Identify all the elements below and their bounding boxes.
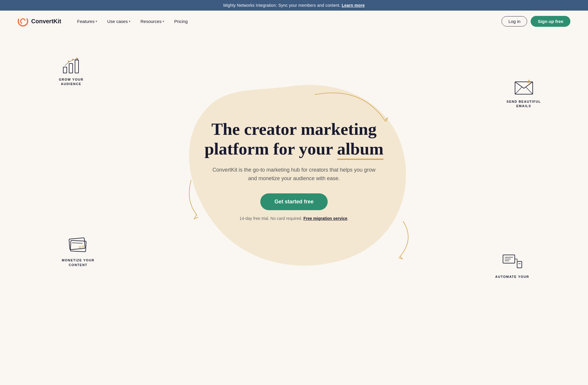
nav-links: Features ▾ Use cases ▾ Resources ▾ Prici… (73, 16, 502, 26)
hero-title-highlight: album (337, 139, 384, 159)
svg-point-1 (20, 18, 26, 24)
float-label-email: SEND BEAUTIFULEMAILS (507, 79, 541, 109)
banner-link[interactable]: Learn more (342, 3, 365, 8)
svg-rect-11 (69, 238, 85, 250)
svg-point-0 (18, 16, 28, 26)
trial-info: 14-day free trial. No card required. Fre… (204, 216, 383, 221)
monetize-icon (68, 236, 88, 255)
float-label-monetize: MONETIZE YOURCONTENT (62, 236, 94, 267)
chevron-down-icon: ▾ (129, 20, 130, 23)
hero-title: The creator marketing platform for your … (204, 120, 383, 159)
svg-rect-3 (69, 64, 73, 73)
nav-item-features[interactable]: Features ▾ (73, 16, 101, 26)
float-label-grow: GROW YOURAUDIENCE (59, 55, 84, 87)
login-button[interactable]: Log in (502, 16, 527, 26)
grow-audience-icon (61, 55, 81, 74)
chevron-down-icon: ▾ (96, 20, 97, 23)
hero-content: The creator marketing platform for your … (204, 120, 383, 221)
svg-point-15 (82, 246, 84, 248)
hero-subtitle: ConvertKit is the go-to marketing hub fo… (211, 166, 376, 183)
automate-label: AUTOMATE YOUR (495, 275, 529, 279)
svg-point-14 (79, 246, 81, 248)
nav-actions: Log in Sign up free (502, 16, 570, 27)
migration-link[interactable]: Free migration service (303, 216, 347, 221)
send-email-icon (514, 79, 534, 97)
svg-point-5 (68, 61, 69, 62)
send-email-label: SEND BEAUTIFULEMAILS (507, 99, 541, 109)
get-started-button[interactable]: Get started free (260, 193, 328, 210)
automate-icon (502, 253, 522, 272)
signup-button[interactable]: Sign up free (531, 16, 570, 27)
nav-item-pricing[interactable]: Pricing (170, 16, 192, 26)
svg-rect-20 (517, 261, 522, 268)
svg-point-7 (76, 58, 77, 59)
chevron-down-icon: ▾ (163, 20, 164, 23)
svg-rect-2 (63, 67, 67, 73)
svg-rect-4 (75, 60, 79, 73)
svg-point-6 (72, 59, 73, 60)
logo-text: ConvertKit (31, 18, 61, 25)
hero-section: GROW YOURAUDIENCE SEND BEAUTIFULEMAILS M… (0, 32, 588, 297)
monetize-label: MONETIZE YOURCONTENT (62, 258, 94, 267)
svg-line-13 (72, 243, 83, 243)
top-banner: Mighty Networks Integration: Sync your m… (0, 0, 588, 11)
nav-item-usecases[interactable]: Use cases ▾ (103, 16, 134, 26)
logo-icon (18, 16, 28, 26)
float-label-automate: AUTOMATE YOUR (495, 253, 529, 279)
navbar: ConvertKit Features ▾ Use cases ▾ Resour… (0, 11, 588, 32)
hero-cta-area: Get started free (204, 193, 383, 216)
grow-audience-label: GROW YOURAUDIENCE (59, 77, 84, 87)
svg-point-10 (528, 80, 529, 81)
banner-text: Mighty Networks Integration: Sync your m… (223, 3, 341, 8)
nav-item-resources[interactable]: Resources ▾ (136, 16, 168, 26)
logo[interactable]: ConvertKit (18, 16, 61, 26)
